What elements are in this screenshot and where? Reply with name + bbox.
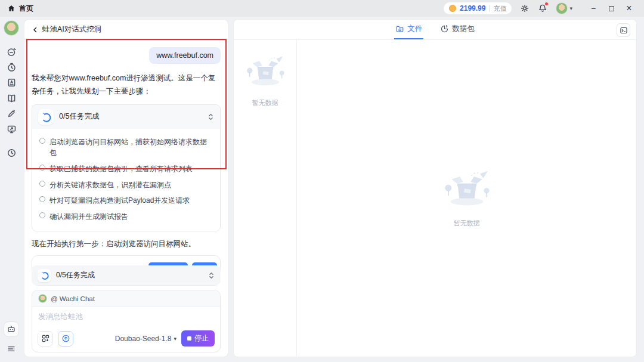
bot-icon [7, 324, 16, 334]
sidebar-item-pen-tools[interactable] [4, 106, 19, 120]
sidebar-item-monitor[interactable] [4, 122, 19, 136]
send-up-icon [61, 334, 70, 343]
sidebar-nav [4, 44, 19, 160]
empty-box-illustration [441, 169, 493, 209]
pen-tools-icon [7, 109, 17, 119]
balance-amount: 2199.99 [460, 4, 485, 13]
titlebar-right: 2199.99 充值 ▾ − × [444, 1, 638, 16]
sidebar-item-history[interactable] [4, 146, 19, 160]
skills-button[interactable] [38, 331, 53, 346]
tab-files-label: 文件 [407, 24, 422, 34]
chat-target-label: @ Wachi Chat [51, 295, 95, 302]
terminal-button[interactable] [617, 23, 630, 37]
monitor-share-icon [7, 124, 17, 134]
files-empty-text: 暂无数据 [252, 98, 278, 107]
tab-packets[interactable]: 数据包 [439, 20, 476, 39]
sidebar-avatar[interactable] [4, 20, 19, 36]
titlebar: 首页 2199.99 充值 ▾ − × [0, 0, 644, 17]
wachi-logo [38, 109, 54, 125]
expand-toggle-icon[interactable] [208, 271, 215, 280]
workspace-panel: 文件 数据包 [233, 19, 637, 357]
collapsed-task-bar[interactable]: 0/5任务完成 [32, 265, 221, 285]
balance-pill[interactable]: 2199.99 充值 [444, 2, 512, 14]
timer-icon [7, 62, 17, 72]
menu-list-icon [7, 344, 16, 354]
close-button[interactable]: × [620, 1, 638, 16]
notification-badge [545, 2, 548, 5]
settings-button[interactable] [520, 4, 530, 13]
id-card-icon [7, 78, 17, 88]
caret-down-icon: ▾ [174, 336, 177, 342]
home-label: 首页 [19, 4, 33, 14]
sidebar-item-report[interactable] [4, 75, 19, 89]
chat-input-panel: @ Wachi Chat Doubao-Seed-1.8 ▾ 停止 [32, 290, 221, 352]
user-avatar [556, 2, 568, 14]
notifications-button[interactable] [538, 4, 547, 13]
gear-icon [520, 4, 530, 13]
menu-list-button[interactable] [4, 342, 19, 356]
stop-icon [187, 336, 191, 341]
message-input[interactable] [32, 307, 220, 326]
wachi-logo [38, 269, 51, 282]
task-label: 启动浏览器访问目标网站，捕获初始网络请求数据包 [49, 137, 213, 159]
chat-messages: www.freebuf.com 我来帮您对www.freebuf.com进行渗透… [24, 40, 228, 293]
tab-files[interactable]: 文件 [394, 20, 423, 39]
chat-panel: 蛙池AI对话式挖洞 www.freebuf.com 我来帮您对www.freeb… [24, 19, 228, 357]
task-item: 针对可疑漏洞点构造测试Payload并发送请求 [39, 193, 213, 209]
collapse-toggle-icon[interactable] [208, 113, 214, 121]
wachi-swirl-icon [41, 112, 51, 122]
task-status-icon [39, 196, 45, 202]
input-toolbar: Doubao-Seed-1.8 ▾ 停止 [32, 326, 220, 352]
packets-empty-text: 暂无数据 [454, 219, 480, 228]
sidebar-item-handbook[interactable] [4, 91, 19, 105]
model-selector[interactable]: Doubao-Seed-1.8 ▾ [115, 335, 177, 343]
window-controls: − × [584, 1, 638, 16]
minimize-button[interactable]: − [584, 1, 602, 16]
back-button[interactable] [32, 26, 39, 33]
packet-detail-area: 暂无数据 [297, 40, 636, 356]
main-area: 蛙池AI对话式挖洞 www.freebuf.com 我来帮您对www.freeb… [0, 17, 644, 362]
task-plan-box: 0/5任务完成 启动浏览器访问目标网站，捕获初始网络请求数据包 获取已捕获的数据… [32, 104, 221, 232]
handbook-icon [7, 93, 17, 103]
task-label: 针对可疑漏洞点构造测试Payload并发送请求 [49, 195, 190, 206]
sidebar-item-chat[interactable] [4, 44, 19, 58]
assistant-step-message: 现在开始执行第一步：启动浏览器访问目标网站。 [32, 239, 221, 249]
task-label: 分析关键请求数据包，识别潜在漏洞点 [49, 180, 171, 191]
bot-button[interactable] [4, 321, 19, 337]
task-list: 启动浏览器访问目标网站，捕获初始网络请求数据包 获取已捕获的数据包索引，查看所有… [32, 129, 220, 231]
task-progress-label: 0/5任务完成 [59, 112, 202, 122]
account-menu[interactable]: ▾ [556, 2, 572, 14]
assistant-message: 我来帮您对www.freebuf.com进行渗透测试。这是一个复杂任务，让我先规… [32, 72, 221, 98]
user-message-bubble: www.freebuf.com [149, 47, 221, 64]
file-list-column: 暂无数据 [234, 40, 297, 356]
maximize-icon [609, 6, 614, 11]
home-button[interactable]: 首页 [7, 4, 33, 14]
task-progress-label: 0/5任务完成 [56, 270, 203, 280]
packets-icon [440, 24, 449, 33]
model-name: Doubao-Seed-1.8 [115, 335, 172, 343]
chat-target-row: @ Wachi Chat [32, 290, 220, 307]
task-status-icon [39, 212, 45, 218]
home-icon [7, 4, 16, 13]
chat-title: 蛙池AI对话式挖洞 [42, 24, 101, 35]
task-status-icon [39, 165, 45, 171]
files-icon [395, 24, 404, 33]
stop-button[interactable]: 停止 [181, 330, 215, 346]
wachi-avatar [38, 294, 47, 303]
stop-label: 停止 [194, 333, 209, 344]
workspace-content: 暂无数据 暂无数据 [234, 40, 636, 356]
terminal-icon [620, 26, 628, 35]
chat-header: 蛙池AI对话式挖洞 [24, 20, 228, 40]
sidebar-bottom [4, 321, 19, 356]
chevron-left-icon [32, 26, 39, 33]
empty-box-illustration [243, 54, 287, 89]
task-plan-header[interactable]: 0/5任务完成 [32, 105, 220, 129]
grid-icon [41, 334, 50, 343]
maximize-button[interactable] [602, 1, 620, 16]
auto-mode-button[interactable] [58, 331, 73, 346]
left-sidebar [0, 17, 23, 362]
sidebar-item-timer[interactable] [4, 60, 19, 74]
task-item: 获取已捕获的数据包索引，查看所有请求列表 [39, 161, 213, 177]
recharge-button[interactable]: 充值 [493, 4, 506, 13]
workspace-tabs: 文件 数据包 [234, 20, 636, 40]
